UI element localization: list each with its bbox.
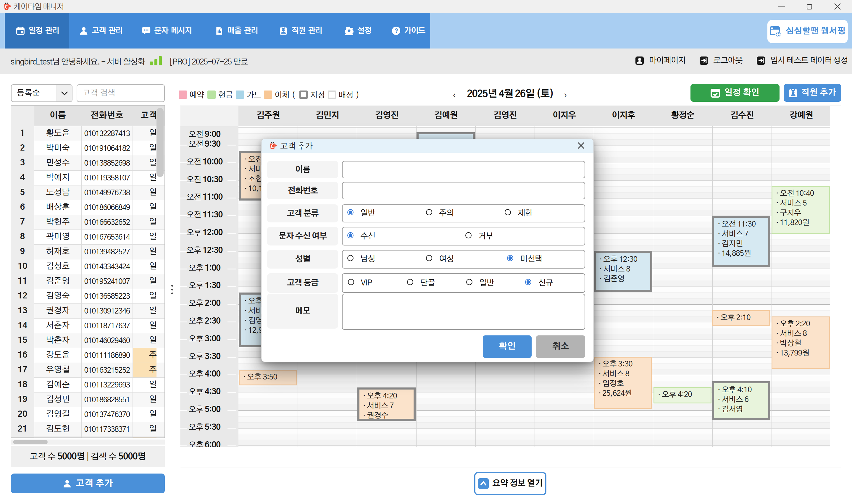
- svg-text:?: ?: [395, 27, 398, 34]
